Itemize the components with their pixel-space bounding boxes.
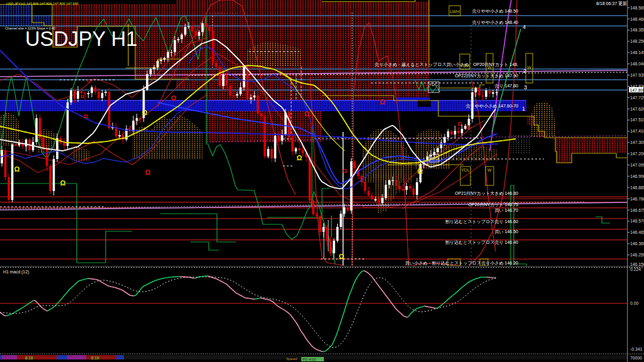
svg-text:YDL: YDL: [461, 168, 470, 172]
svg-text:0.00: 0.00: [630, 301, 638, 305]
svg-text:Speed: Speed: [286, 357, 297, 361]
svg-text:147.725: 147.725: [630, 96, 644, 100]
svg-text:USD.JPY,H1 147.806 147.806 14: USD.JPY,H1 147.806 147.806 147.806 147.6…: [6, 2, 78, 6]
svg-text:147.410: 147.410: [630, 129, 644, 133]
svg-text:H1 macd (12): H1 macd (12): [3, 270, 29, 275]
svg-text:OP22日NYカット大きめ 147.90: OP22日NYカット大きめ 147.90: [455, 74, 518, 79]
svg-text:146.885: 146.885: [630, 185, 644, 190]
svg-text:売りやや小さめ 148.40: 売りやや小さめ 148.40: [472, 20, 518, 25]
svg-text:買い 146.50: 買い 146.50: [494, 229, 518, 234]
svg-text:147.935: 147.935: [630, 73, 644, 77]
svg-text:148.250: 148.250: [630, 39, 644, 43]
svg-text:146.990: 146.990: [630, 174, 644, 178]
svg-text:147.305: 147.305: [630, 140, 644, 145]
svg-text:146.255: 146.255: [630, 253, 644, 257]
svg-text:4: 4: [523, 24, 526, 30]
svg-text:146.675: 146.675: [630, 208, 644, 212]
svg-text:148.145: 148.145: [630, 50, 644, 55]
svg-text:-0.341: -0.341: [630, 347, 642, 351]
svg-text:売りやや小さめ 148.50: 売りやや小さめ 148.50: [472, 9, 518, 14]
svg-text:148.040: 148.040: [630, 62, 644, 66]
svg-text:W: W: [527, 65, 531, 70]
svg-text:8:19: 8:19: [91, 356, 99, 360]
svg-text:148.355: 148.355: [630, 28, 644, 32]
svg-text:Ω: Ω: [297, 154, 303, 162]
svg-text:146.465: 146.465: [630, 230, 644, 234]
svg-text:OP21日NYカット大きめ 146.80: OP21日NYカット大きめ 146.80: [455, 191, 518, 196]
svg-text:146.570: 146.570: [630, 219, 644, 223]
svg-text:147.806: 147.806: [630, 88, 644, 92]
svg-text:Ω: Ω: [418, 167, 423, 175]
svg-text:70000: 70000: [630, 356, 642, 360]
svg-text:買い小さめ・割り込むとストップロス売り小さめ 146.20: 買い小さめ・割り込むとストップロス売り小さめ 146.20: [405, 260, 518, 266]
svg-text:8:18: 8:18: [25, 356, 33, 360]
svg-text:1: 1: [522, 106, 525, 112]
svg-text:146.780: 146.780: [630, 197, 644, 201]
svg-text:147.095: 147.095: [630, 163, 644, 167]
svg-text:2: 2: [523, 68, 526, 74]
svg-text:147.515: 147.515: [630, 118, 644, 122]
svg-text:売りやや小さめ 147.60-70: 売りやや小さめ 147.60-70: [466, 104, 518, 109]
svg-text:147.620: 147.620: [630, 107, 644, 111]
svg-text:3: 3: [524, 84, 527, 90]
svg-text:Ω: Ω: [380, 98, 386, 106]
svg-text:Ω: Ω: [457, 121, 462, 127]
svg-text:YDO: YDO: [429, 156, 439, 161]
svg-text:YDC: YDC: [429, 82, 438, 87]
svg-text:Ω: Ω: [145, 168, 151, 176]
svg-text:Ω: Ω: [80, 94, 85, 99]
svg-text:PS 4/10: PS 4/10: [303, 358, 316, 361]
svg-text:W: W: [487, 168, 492, 172]
svg-text:USDJPY H1: USDJPY H1: [25, 28, 137, 50]
svg-text:割り込むとストップロス売り 146.40: 割り込むとストップロス売り 146.40: [445, 239, 518, 245]
svg-text:LWH: LWH: [450, 9, 459, 14]
svg-text:Ω: Ω: [142, 109, 148, 116]
svg-text:146.150: 146.150: [630, 262, 644, 266]
svg-text:Ω: Ω: [304, 110, 310, 118]
svg-text:Ω: Ω: [83, 113, 87, 119]
svg-text:148.565: 148.565: [630, 6, 644, 10]
svg-text:割り込むとストップロス売り 146.60: 割り込むとストップロス売り 146.60: [445, 219, 518, 224]
svg-text:売り 147.80: 売り 147.80: [494, 84, 518, 89]
svg-text:148.460: 148.460: [630, 17, 644, 21]
svg-text:Ω: Ω: [171, 94, 177, 102]
svg-text:0.224: 0.224: [630, 267, 641, 272]
svg-text:Ω: Ω: [465, 124, 470, 130]
svg-text:OP20日NYカット 146.75: OP20日NYカット 146.75: [469, 202, 519, 207]
svg-text:146.360: 146.360: [630, 241, 644, 246]
svg-text:売り小さめ・越えるとストップロス買い小さめ OP20日NYカ: 売り小さめ・越えるとストップロス買い小さめ OP20日NYカット 148.: [375, 62, 518, 67]
svg-text:Ω: Ω: [339, 253, 345, 260]
svg-text:Ω: Ω: [342, 168, 347, 174]
svg-text:Ω: Ω: [14, 165, 20, 173]
svg-text:Ω: Ω: [87, 78, 91, 84]
svg-text:買い 146.70: 買い 146.70: [494, 208, 518, 213]
svg-text:147.200: 147.200: [630, 151, 644, 156]
svg-text:8/18 06:37 更新: 8/18 06:37 更新: [596, 1, 627, 6]
svg-text:Ω: Ω: [60, 179, 66, 187]
